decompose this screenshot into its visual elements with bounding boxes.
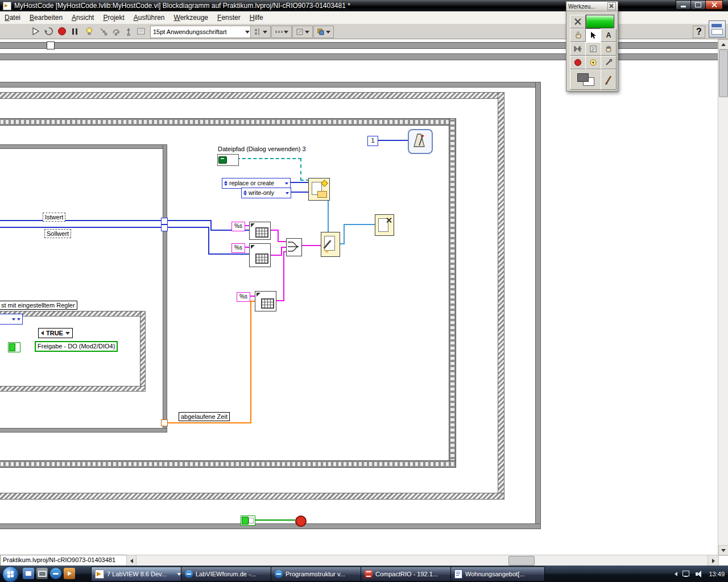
minimize-button[interactable] [676,0,691,10]
scroll-down-button[interactable] [718,545,728,555]
menu-fenster[interactable]: Fenster [213,12,245,23]
breakpoint-tool-button[interactable] [570,56,586,69]
wire-sollwert[interactable] [0,227,161,228]
distribute-objects-dropdown[interactable] [271,26,292,38]
maximize-button[interactable] [690,0,706,10]
align-objects-dropdown[interactable] [250,26,271,38]
tray-expand-icon[interactable] [675,572,677,576]
quick-launch-desktop-icon[interactable] [36,568,48,579]
boolean-constant-stop[interactable] [241,516,255,526]
case-structure-border-bottom[interactable] [0,386,145,391]
reorder-objects-dropdown[interactable] [313,26,334,38]
array-to-spreadsheet-string-node[interactable] [249,222,271,240]
scroll-right-button[interactable] [708,555,719,567]
menu-bearbeiten[interactable]: Bearbeiten [25,12,67,23]
case-prev-icon[interactable] [41,331,44,335]
run-continuous-button[interactable] [43,25,55,38]
wire-elapsed-time[interactable] [250,301,255,302]
font-selector[interactable]: 15pt Anwendungsschriftart [150,26,253,38]
get-color-tool-button[interactable] [601,56,617,69]
wire-string[interactable] [278,241,286,242]
wire-string[interactable] [278,230,279,242]
taskbar-button-programmstruktur[interactable]: Programmstruktur v... [271,567,365,581]
sequence-border-top[interactable] [0,119,456,125]
taskbar-button-labviewforum[interactable]: LabVIEWforum.de -... [181,567,275,581]
enum-write-only[interactable]: write-only [241,188,291,198]
open-create-replace-file-node[interactable] [308,178,330,201]
object-shortcut-menu-tool-button[interactable] [585,42,601,56]
tunnel-istwert[interactable] [161,218,168,225]
horizontal-scroll-thumb[interactable] [508,556,535,566]
vertical-scroll-thumb[interactable] [719,49,728,97]
path-constant[interactable] [217,154,239,166]
wire-string[interactable] [281,247,286,248]
wire-string[interactable] [281,247,282,256]
volume-icon[interactable] [696,571,704,577]
help-button[interactable]: ? [693,26,705,38]
vertical-scrollbar[interactable] [718,39,728,556]
close-button[interactable] [705,0,723,10]
disable-structure-border-right[interactable] [498,93,504,499]
array-to-spreadsheet-string-node[interactable] [249,243,271,267]
scroll-window-tool-button[interactable] [601,42,617,56]
enum-constant-clipped[interactable] [0,314,23,325]
write-text-file-node[interactable] [321,232,340,257]
numeric-constant-1[interactable]: 1 [367,136,378,146]
block-diagram[interactable]: Istwert Sollwert st mit eingestelltem Re… [0,39,718,555]
label-freigabe[interactable]: Freigabe - DO (Mod2/DIO4) [35,341,118,352]
while-loop-border-right[interactable] [536,82,540,529]
close-file-node[interactable] [375,214,394,236]
inner-structure-border-right[interactable] [163,145,167,432]
wire-file-path[interactable] [300,158,301,181]
sequence-border-right[interactable] [449,119,456,467]
wire-istwert[interactable] [0,220,161,221]
label-sollwert[interactable]: Sollwert [44,229,71,238]
connect-wire-tool-button[interactable] [570,42,586,56]
cleanup-diagram-button[interactable] [135,25,147,38]
wire-stop-condition[interactable] [254,519,295,521]
wire-sollwert[interactable] [167,227,208,228]
format-string-constant[interactable]: %s [231,243,245,253]
step-over-button[interactable] [110,25,122,38]
scroll-up-button[interactable] [718,39,728,49]
menu-hilfe[interactable]: Hilfe [245,12,268,23]
quick-launch-window-icon[interactable] [23,568,34,579]
wire-file-path[interactable] [237,158,301,159]
format-string-constant[interactable]: %s [237,292,250,302]
taskbar-button-compactrio[interactable]: CompactRIO - 192.1... [361,567,455,581]
run-button[interactable] [30,25,42,38]
array-to-spreadsheet-string-node[interactable] [255,291,276,311]
menu-datei[interactable]: Datei [0,12,25,23]
while-loop-border-bottom[interactable] [0,524,540,529]
network-icon[interactable] [682,571,690,577]
clock[interactable]: 13:49 [709,571,725,577]
label-dateipfad[interactable]: Dateipfad (Dialog verwenden) 3 [218,146,306,152]
horizontal-scrollbar[interactable] [136,555,709,567]
tunnel-elapsed-time[interactable] [161,419,168,426]
wire-wait-ms[interactable] [377,140,408,141]
pause-button[interactable] [68,25,81,38]
disable-structure-border-top[interactable] [0,93,504,98]
wire-file-refnum[interactable] [344,224,345,244]
probe-tool-button[interactable] [585,56,601,69]
start-button[interactable] [2,566,19,582]
chevron-down-icon[interactable] [65,332,70,335]
label-abgelaufene-zeit[interactable]: abgelaufene Zeit [179,412,230,421]
wire-file-refnum[interactable] [328,199,329,232]
chevron-down-icon[interactable] [285,182,288,185]
disable-structure-border-bottom[interactable] [0,493,504,499]
set-color-tool-button[interactable] [601,69,617,90]
tunnel-sollwert[interactable] [161,225,168,231]
menu-ausfuehren[interactable]: Ausführen [129,12,169,23]
quick-launch-media-icon[interactable] [64,568,75,579]
wire-string[interactable] [283,251,284,301]
taskbar-button-labview[interactable]: 7 LabVIEW 8.6 Dev... [91,567,185,581]
wait-ms-node[interactable] [408,129,433,154]
automatic-tool-selection-button[interactable] [570,15,586,28]
operate-value-tool-button[interactable] [570,28,586,42]
execution-target-label[interactable]: Praktikum.lvproj/NI-cRIO9073-01403481 [0,555,132,567]
edit-text-tool-button[interactable]: A [601,28,617,42]
case-selector[interactable]: TRUE [38,328,73,338]
case-structure-border-right[interactable] [140,311,145,391]
position-select-tool-button[interactable] [585,28,601,42]
